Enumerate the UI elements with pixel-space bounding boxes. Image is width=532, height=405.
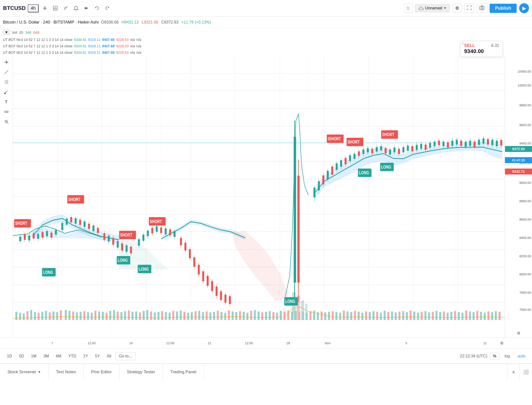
chart-canvas[interactable]: SHORT SHORT SHORT SHORT SHORT SHORT iSHO… — [13, 56, 505, 338]
svg-rect-164 — [354, 311, 356, 320]
cloud-save-button[interactable]: Unnamed — [415, 4, 450, 12]
svg-rect-202 — [495, 311, 497, 320]
svg-text:SHORT: SHORT — [382, 132, 394, 137]
tab-text-notes[interactable]: Text Notes — [49, 364, 84, 380]
time-5: 5 — [406, 341, 407, 345]
measure-tool[interactable] — [2, 107, 11, 116]
svg-rect-345 — [411, 146, 413, 151]
tab-trading-panel[interactable]: Trading Panel — [163, 364, 204, 380]
svg-rect-213 — [37, 234, 39, 239]
ind2-v1: 9334.61 — [74, 44, 87, 48]
pct-button[interactable]: % — [490, 353, 499, 360]
chart-type-button[interactable] — [51, 4, 59, 12]
price-9600: 9600.00 — [519, 123, 531, 127]
ind1-text: UT BOT hlc3 14 52 7 12 12 1 3 3 14 14 cl… — [3, 38, 72, 42]
svg-rect-215 — [42, 232, 44, 237]
time-5y[interactable]: 5Y — [92, 352, 103, 360]
text-tool[interactable]: T — [2, 97, 11, 106]
time-axis: 7 12:00 14 12:00 21 12:00 28 Nov 5 11 ⚙ — [0, 338, 532, 348]
svg-rect-98 — [124, 311, 126, 320]
tab-pine-editor[interactable]: Pine Editor — [84, 364, 119, 380]
interval-button[interactable]: 4h — [28, 4, 39, 12]
svg-rect-102 — [139, 312, 141, 320]
time-28: 28 — [287, 341, 290, 345]
alert-button[interactable] — [72, 4, 80, 12]
undo-button[interactable] — [93, 4, 101, 12]
svg-rect-273 — [180, 238, 182, 245]
svg-rect-315 — [345, 158, 347, 164]
publish-button[interactable]: Publish — [490, 4, 517, 13]
svg-rect-73 — [30, 310, 32, 320]
panel-collapse-up[interactable]: ∧ — [507, 364, 520, 380]
svg-rect-172 — [384, 311, 385, 320]
svg-rect-190 — [450, 312, 452, 320]
time-1y[interactable]: 1Y — [80, 352, 91, 360]
svg-rect-179 — [410, 311, 412, 320]
price-8200: 8200.00 — [519, 254, 531, 258]
ind2-text: UT BOT hlc3 14 52 7 12 12 1 3 3 14 14 cl… — [3, 44, 72, 48]
vol-dropdown[interactable]: ▼ — [3, 29, 10, 35]
time-axis-settings[interactable]: ⚙ — [500, 341, 503, 346]
svg-rect-237 — [92, 226, 94, 231]
axis-settings-button[interactable]: ⚙ — [517, 331, 520, 336]
fullscreen-button[interactable] — [464, 4, 474, 13]
goto-button[interactable]: Go to... — [115, 352, 136, 360]
brush-tool[interactable] — [2, 87, 11, 96]
add-indicator-button[interactable] — [41, 4, 49, 12]
svg-rect-321 — [358, 151, 360, 156]
svg-rect-271 — [174, 231, 176, 237]
svg-rect-265 — [160, 228, 162, 233]
svg-rect-369 — [465, 142, 467, 147]
svg-rect-168 — [369, 312, 371, 320]
svg-rect-175 — [395, 312, 397, 320]
main-toolbar: BTCUSD 4h □ Unnamed ⚙ Publish ▶ — [0, 0, 532, 17]
fib-tool[interactable] — [2, 78, 11, 87]
square-button[interactable]: □ — [404, 4, 413, 13]
svg-rect-129 — [239, 311, 241, 320]
snapshot-button[interactable] — [477, 4, 487, 13]
svg-rect-337 — [393, 147, 395, 152]
time-all[interactable]: All — [104, 352, 114, 360]
svg-rect-317 — [349, 155, 351, 161]
tab-strategy-tester[interactable]: Strategy Tester — [119, 364, 163, 380]
svg-rect-119 — [202, 312, 204, 320]
ind3-na2: n/a — [136, 51, 141, 55]
svg-rect-249 — [121, 243, 123, 251]
time-1m[interactable]: 1M — [28, 352, 39, 360]
settings-button[interactable]: ⚙ — [452, 4, 462, 13]
time-5d[interactable]: 5D — [16, 352, 27, 360]
svg-rect-255 — [138, 239, 140, 246]
svg-rect-331 — [380, 146, 382, 150]
replay-button[interactable] — [82, 4, 91, 12]
svg-rect-170 — [376, 312, 378, 320]
zoom-tool[interactable] — [2, 117, 11, 126]
log-button[interactable]: log — [502, 353, 512, 359]
auto-button[interactable]: auto — [515, 353, 528, 359]
svg-rect-227 — [70, 217, 72, 222]
crosshair-tool[interactable] — [2, 58, 11, 67]
ind1-v2: 9318.11 — [88, 38, 101, 42]
drawing-tools-button[interactable] — [61, 4, 70, 12]
line-tool[interactable] — [2, 68, 11, 77]
svg-rect-91 — [98, 311, 100, 320]
svg-rect-197 — [476, 311, 478, 320]
svg-rect-313 — [340, 160, 342, 167]
sell-box-grip[interactable]: ⠿ — [462, 42, 464, 46]
svg-marker-11 — [86, 7, 88, 10]
redo-button[interactable] — [103, 4, 112, 12]
time-ytd[interactable]: YTD — [65, 352, 79, 360]
svg-rect-114 — [183, 312, 185, 320]
svg-rect-112 — [176, 311, 178, 320]
price-8600: 8600.00 — [519, 217, 531, 221]
time-6m[interactable]: 6M — [53, 352, 64, 360]
tab-stock-screener[interactable]: Stock Screener ▼ — [0, 364, 49, 380]
svg-rect-183 — [424, 311, 426, 320]
svg-rect-186 — [436, 311, 438, 320]
play-button[interactable]: ▶ — [519, 3, 529, 13]
panel-collapse-maximize[interactable]: ⬜ — [520, 364, 532, 380]
time-3m[interactable]: 3M — [40, 352, 52, 360]
svg-rect-257 — [142, 235, 144, 241]
svg-rect-128 — [235, 312, 237, 320]
time-1d[interactable]: 1D — [4, 352, 15, 360]
svg-rect-357 — [438, 141, 440, 145]
